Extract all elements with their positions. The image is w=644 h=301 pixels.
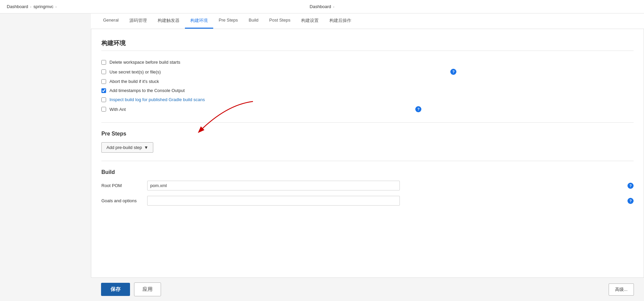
- checkbox-row-delete-workspace: Delete workspace before build starts: [101, 58, 634, 67]
- tab-build-settings[interactable]: 构建设置: [296, 13, 324, 29]
- top-bar: Dashboard › springmvc › Dashboard ›: [0, 0, 644, 13]
- label-delete-workspace[interactable]: Delete workspace before build starts: [109, 60, 180, 65]
- save-button[interactable]: 保存: [101, 283, 130, 296]
- label-with-ant[interactable]: With Ant: [109, 107, 126, 112]
- help-icon-2[interactable]: ?: [415, 106, 421, 112]
- breadcrumb-center: Dashboard ›: [310, 4, 334, 9]
- advanced-button[interactable]: 高级...: [609, 283, 634, 296]
- divider-2: [101, 161, 634, 161]
- tab-build-env[interactable]: 构建环境: [185, 13, 213, 29]
- tab-build-trigger[interactable]: 构建触发器: [152, 13, 185, 29]
- add-pre-build-step-button[interactable]: Add pre-build step ▼: [101, 142, 153, 153]
- main-content: General 源码管理 构建触发器 构建环境 Pre Steps Build …: [0, 13, 644, 299]
- tab-post-build[interactable]: 构建后操作: [324, 13, 357, 29]
- pre-steps-heading: Pre Steps: [101, 131, 634, 137]
- breadcrumb-dashboard-center[interactable]: Dashboard: [310, 4, 331, 9]
- checkbox-row-abort-stuck: Abort the build if it's stuck: [101, 77, 634, 86]
- add-pre-build-step-label: Add pre-build step: [106, 145, 142, 150]
- breadcrumb-dashboard-left[interactable]: Dashboard: [7, 4, 28, 9]
- goals-options-input[interactable]: [147, 196, 400, 206]
- root-pom-row: Root POM ?: [101, 181, 634, 190]
- checkbox-delete-workspace[interactable]: [101, 60, 106, 65]
- checkbox-timestamps[interactable]: [101, 88, 106, 93]
- label-gradle-scans[interactable]: Inspect build log for published Gradle b…: [109, 97, 205, 102]
- tab-bar: General 源码管理 构建触发器 构建环境 Pre Steps Build …: [91, 13, 644, 29]
- checkbox-row-timestamps: Add timestamps to the Console Output: [101, 86, 634, 95]
- content-panel: 构建环境 Delete workspace before build start…: [91, 29, 644, 299]
- checkbox-secret-text[interactable]: [101, 69, 106, 74]
- checkbox-gradle-scans[interactable]: [101, 97, 106, 102]
- tab-pre-steps[interactable]: Pre Steps: [213, 13, 243, 29]
- checkbox-row-gradle-scans: Inspect build log for published Gradle b…: [101, 95, 634, 104]
- help-icon-goals[interactable]: ?: [627, 198, 634, 204]
- checkbox-with-ant[interactable]: [101, 107, 106, 112]
- label-abort-stuck[interactable]: Abort the build if it's stuck: [109, 79, 159, 84]
- apply-button[interactable]: 应用: [134, 282, 161, 296]
- label-secret-text[interactable]: Use secret text(s) or file(s): [109, 69, 161, 74]
- build-heading: Build: [101, 169, 634, 175]
- tab-general[interactable]: General: [98, 13, 124, 29]
- tab-source-management[interactable]: 源码管理: [124, 13, 152, 29]
- help-icon-root-pom[interactable]: ?: [627, 183, 634, 189]
- breadcrumb-left: Dashboard › springmvc ›: [7, 4, 57, 9]
- build-env-heading: 构建环境: [101, 39, 634, 51]
- breadcrumb-sep-3: ›: [333, 5, 334, 9]
- checkbox-abort-stuck[interactable]: [101, 79, 106, 84]
- goals-options-label: Goals and options: [101, 198, 142, 203]
- breadcrumb-sep-1: ›: [30, 5, 32, 9]
- breadcrumb-sep-2: ›: [56, 5, 57, 9]
- tab-post-steps[interactable]: Post Steps: [264, 13, 296, 29]
- root-pom-input[interactable]: [147, 181, 400, 190]
- help-icon-1[interactable]: ?: [450, 69, 456, 75]
- divider-1: [101, 122, 634, 123]
- root-pom-label: Root POM: [101, 183, 142, 188]
- goals-options-row: Goals and options ?: [101, 196, 634, 206]
- breadcrumb-springmvc[interactable]: springmvc: [33, 4, 53, 9]
- dropdown-arrow-icon: ▼: [144, 145, 149, 150]
- checkbox-row-secret-text: Use secret text(s) or file(s) ?: [101, 67, 634, 77]
- tab-build[interactable]: Build: [243, 13, 264, 29]
- label-timestamps[interactable]: Add timestamps to the Console Output: [109, 88, 185, 93]
- action-bar: 保存 应用 高级...: [91, 277, 644, 299]
- checkbox-row-with-ant: With Ant ?: [101, 104, 634, 114]
